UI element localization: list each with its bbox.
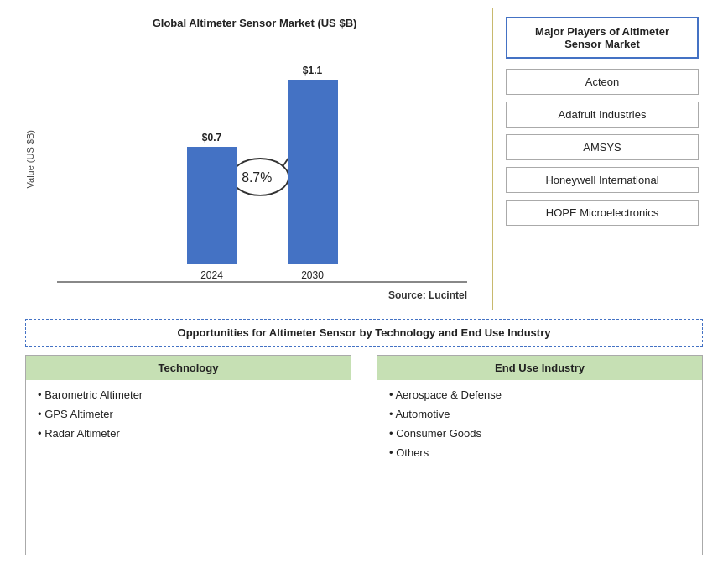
bar-value-2024: $0.7 bbox=[202, 132, 221, 143]
annotation-svg: 8.7% bbox=[40, 36, 484, 281]
player-adafruit: Adafruit Industries bbox=[506, 102, 699, 128]
chart-area: Value (US $B) bbox=[25, 36, 484, 283]
technology-column: Technology Barometric Altimeter GPS Alti… bbox=[25, 355, 351, 555]
end-use-items: Aerospace & Defense Automotive Consumer … bbox=[377, 380, 702, 555]
bottom-title: Opportunities for Altimeter Sensor by Te… bbox=[25, 319, 703, 347]
bottom-content: Technology Barometric Altimeter GPS Alti… bbox=[25, 355, 703, 555]
player-hope: HOPE Microelectronics bbox=[506, 200, 699, 226]
bottom-section: Opportunities for Altimeter Sensor by Te… bbox=[17, 310, 711, 560]
tech-item-2: GPS Altimeter bbox=[38, 408, 339, 420]
players-section: Major Players of Altimeter Sensor Market… bbox=[493, 8, 711, 310]
bar-2024 bbox=[187, 147, 237, 264]
svg-text:8.7%: 8.7% bbox=[242, 170, 272, 185]
player-acteon: Acteon bbox=[506, 69, 699, 95]
bar-group-2024: $0.7 2024 bbox=[187, 132, 237, 281]
player-honeywell: Honeywell International bbox=[506, 167, 699, 193]
bar-2030 bbox=[288, 80, 338, 264]
bar-label-2030: 2030 bbox=[301, 269, 324, 281]
end-use-item-4: Others bbox=[389, 446, 690, 459]
bar-value-2030: $1.1 bbox=[303, 65, 322, 76]
end-use-item-1: Aerospace & Defense bbox=[389, 388, 690, 401]
technology-items: Barometric Altimeter GPS Altimeter Radar… bbox=[26, 380, 351, 555]
end-use-item-3: Consumer Goods bbox=[389, 427, 690, 440]
player-amsys: AMSYS bbox=[506, 134, 699, 160]
source-text: Source: Lucintel bbox=[25, 283, 484, 301]
y-axis-label: Value (US $B) bbox=[25, 130, 35, 189]
tech-item-3: Radar Altimeter bbox=[38, 427, 339, 440]
end-use-header: End Use Industry bbox=[377, 356, 702, 380]
players-title: Major Players of Altimeter Sensor Market bbox=[506, 17, 699, 59]
chart-section: Global Altimeter Sensor Market (US $B) V… bbox=[17, 8, 493, 310]
technology-header: Technology bbox=[26, 356, 351, 380]
top-section: Global Altimeter Sensor Market (US $B) V… bbox=[17, 8, 711, 310]
x-axis-line bbox=[57, 281, 467, 283]
svg-point-0 bbox=[231, 159, 289, 195]
bar-group-2030: $1.1 2030 bbox=[288, 65, 338, 281]
bar-label-2024: 2024 bbox=[200, 269, 223, 281]
tech-item-1: Barometric Altimeter bbox=[38, 388, 339, 401]
chart-title: Global Altimeter Sensor Market (US $B) bbox=[25, 17, 484, 29]
bars-area: 8.7% $0.7 2024 $1.1 2030 bbox=[40, 36, 484, 281]
main-container: Global Altimeter Sensor Market (US $B) V… bbox=[0, 0, 728, 568]
chart-inner: 8.7% $0.7 2024 $1.1 2030 bbox=[40, 36, 484, 283]
end-use-column: End Use Industry Aerospace & Defense Aut… bbox=[377, 355, 703, 555]
end-use-item-2: Automotive bbox=[389, 408, 690, 420]
